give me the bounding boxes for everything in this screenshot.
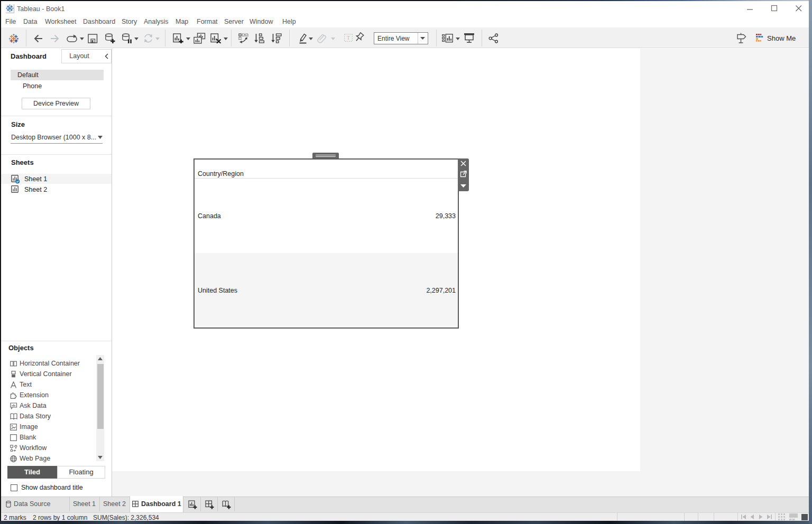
svg-text:T: T — [347, 35, 350, 41]
